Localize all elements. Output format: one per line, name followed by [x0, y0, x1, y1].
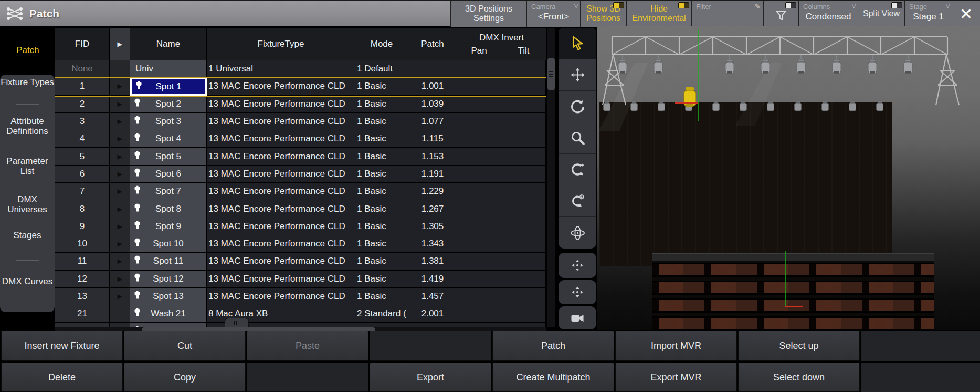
- cell-fid[interactable]: 1: [55, 78, 110, 95]
- cell-fid[interactable]: 9: [55, 218, 110, 235]
- cell-dmx-invert-pan[interactable]: [457, 130, 501, 148]
- table-row[interactable]: 3▶Spot 313 MAC Encore Performance CLD1 B…: [55, 113, 546, 130]
- cell-dmx-invert-tilt[interactable]: [501, 113, 546, 130]
- sidebar-item-fixture-types[interactable]: Fixture Types: [0, 77, 55, 87]
- select-down-button[interactable]: Select down: [738, 363, 860, 392]
- column-header-name[interactable]: Name: [130, 28, 206, 60]
- cell-name[interactable]: Spot 2: [130, 96, 207, 113]
- cell-expand[interactable]: [110, 323, 130, 327]
- cell-expand[interactable]: ▶: [110, 253, 130, 270]
- column-header-fixturetype[interactable]: FixtureType: [207, 28, 355, 60]
- cell-fixturetype[interactable]: 13 MAC Encore Performance CLD: [207, 130, 355, 148]
- cell-patch[interactable]: [408, 60, 457, 78]
- table-row[interactable]: 10▶Spot 1013 MAC Encore Performance CLD1…: [55, 235, 546, 253]
- vertical-scrollbar[interactable]: [547, 28, 555, 327]
- cell-name[interactable]: Wash 21: [130, 305, 207, 323]
- upstage-fixtures[interactable]: [604, 101, 883, 111]
- cell-fixturetype[interactable]: 13 MAC Encore Performance CLD: [207, 183, 355, 200]
- paste-button[interactable]: Paste: [247, 331, 368, 361]
- cell-expand[interactable]: ▶: [110, 183, 130, 200]
- cell-patch[interactable]: 2.015: [408, 323, 457, 327]
- cell-dmx-invert-pan[interactable]: [457, 96, 501, 113]
- cell-patch[interactable]: 1.153: [408, 148, 457, 165]
- cell-dmx-invert-pan[interactable]: [457, 235, 501, 253]
- cell-fixturetype[interactable]: 13 MAC Encore Performance CLD: [207, 148, 355, 165]
- cell-mode[interactable]: 1 Basic: [355, 271, 408, 288]
- cell-expand[interactable]: ▶: [110, 130, 130, 148]
- table-row[interactable]: 21Wash 218 Mac Aura XB2 Standard (2.001: [55, 305, 546, 323]
- tool-move-pan-icon[interactable]: [559, 59, 596, 91]
- cell-expand[interactable]: ▶: [110, 148, 130, 165]
- sidebar-item-parameter-list[interactable]: Parameter List: [0, 156, 55, 176]
- cell-name[interactable]: Univ: [130, 60, 207, 78]
- tool-move-selection-2-icon[interactable]: [559, 280, 596, 304]
- cell-name[interactable]: Spot 10: [130, 235, 207, 253]
- cell-mode[interactable]: 1 Basic: [355, 166, 408, 183]
- cell-name[interactable]: Spot 11: [130, 253, 207, 270]
- cell-fid[interactable]: 2: [55, 96, 110, 113]
- cell-dmx-invert-pan[interactable]: [457, 218, 501, 235]
- tool-camera-icon[interactable]: [559, 306, 596, 329]
- cell-fixturetype[interactable]: 13 MAC Encore Performance CLD: [207, 253, 355, 270]
- cell-patch[interactable]: 1.305: [408, 218, 457, 235]
- cell-dmx-invert-pan[interactable]: [457, 183, 501, 200]
- cell-fixturetype[interactable]: 13 MAC Encore Performance CLD: [207, 166, 355, 183]
- cell-patch[interactable]: 1.115: [408, 130, 457, 148]
- cell-expand[interactable]: ▶: [110, 96, 130, 113]
- sidebar-item-dmx-curves[interactable]: DMX Curves: [0, 276, 55, 286]
- cell-fixturetype[interactable]: 13 MAC Encore Performance CLD: [207, 96, 355, 113]
- column-header-dmx-invert[interactable]: DMX Invert: [457, 28, 546, 44]
- 3d-viewport[interactable]: [597, 26, 980, 330]
- cell-mode[interactable]: 1 Basic: [355, 218, 408, 235]
- cell-patch[interactable]: 1.267: [408, 200, 457, 218]
- cell-dmx-invert-pan[interactable]: [457, 78, 501, 95]
- cell-dmx-invert-pan[interactable]: [457, 200, 501, 218]
- cell-mode[interactable]: 1 Basic: [355, 288, 408, 305]
- cell-fixturetype[interactable]: 13 MAC Encore Performance CLD: [207, 200, 355, 218]
- column-header-tilt[interactable]: Tilt: [501, 44, 546, 60]
- cell-patch[interactable]: 1.191: [408, 166, 457, 183]
- sidebar-item-stages[interactable]: Stages: [0, 230, 55, 240]
- cell-dmx-invert-pan[interactable]: [457, 305, 501, 323]
- table-row[interactable]: 2▶Spot 213 MAC Encore Performance CLD1 B…: [55, 96, 546, 113]
- cell-mode[interactable]: 1 Basic: [355, 183, 408, 200]
- cell-dmx-invert-tilt[interactable]: [501, 271, 546, 288]
- table-row[interactable]: 7▶Spot 713 MAC Encore Performance CLD1 B…: [55, 183, 546, 200]
- show-3d-positions-toggle[interactable]: Show 3D Positions: [580, 1, 626, 27]
- cell-expand[interactable]: ▶: [110, 166, 130, 183]
- cell-name[interactable]: Spot 13: [130, 288, 207, 305]
- cell-fid[interactable]: 22: [55, 323, 110, 327]
- column-header-fid[interactable]: FID: [55, 28, 109, 60]
- cell-dmx-invert-tilt[interactable]: [501, 60, 546, 78]
- cell-name[interactable]: Spot 9: [130, 218, 207, 235]
- cell-fid[interactable]: 11: [55, 253, 110, 270]
- cell-expand[interactable]: ▶: [110, 200, 130, 218]
- select-up-button[interactable]: Select up: [738, 331, 860, 361]
- cell-name[interactable]: Wash 22: [130, 323, 207, 327]
- cell-expand[interactable]: [110, 305, 130, 323]
- insert-new-fixture-button[interactable]: Insert new Fixture: [1, 331, 123, 361]
- cell-name[interactable]: Spot 4: [130, 130, 207, 148]
- cell-dmx-invert-tilt[interactable]: [501, 235, 546, 253]
- cell-mode[interactable]: 1 Basic: [355, 253, 408, 270]
- table-row[interactable]: 6▶Spot 613 MAC Encore Performance CLD1 B…: [55, 166, 546, 183]
- cell-dmx-invert-tilt[interactable]: [501, 130, 546, 148]
- cell-dmx-invert-pan[interactable]: [457, 113, 501, 130]
- cell-fixturetype[interactable]: 13 MAC Encore Performance CLD: [207, 113, 355, 130]
- delete-button[interactable]: Delete: [1, 363, 123, 392]
- cell-fid[interactable]: 7: [55, 183, 110, 200]
- cell-name[interactable]: Spot 6: [130, 166, 207, 183]
- cell-dmx-invert-pan[interactable]: [457, 288, 501, 305]
- cell-fixturetype[interactable]: 13 MAC Encore Performance CLD: [207, 288, 355, 305]
- column-header-pan[interactable]: Pan: [457, 44, 501, 60]
- cell-dmx-invert-pan[interactable]: [457, 253, 501, 270]
- cell-mode[interactable]: 1 Default: [355, 60, 408, 78]
- column-header-expand[interactable]: ▶: [110, 28, 130, 60]
- columns-select[interactable]: Columns Condensed ▽: [798, 1, 858, 27]
- cell-mode[interactable]: 1 Basic: [355, 96, 408, 113]
- sidebar-item-patch[interactable]: Patch: [0, 26, 56, 75]
- tool-orbit-axis-icon[interactable]: [559, 217, 596, 249]
- camera-select[interactable]: Camera <Front> ▽: [526, 1, 580, 27]
- column-header-patch[interactable]: Patch: [408, 28, 457, 60]
- cell-mode[interactable]: 1 Basic: [355, 200, 408, 218]
